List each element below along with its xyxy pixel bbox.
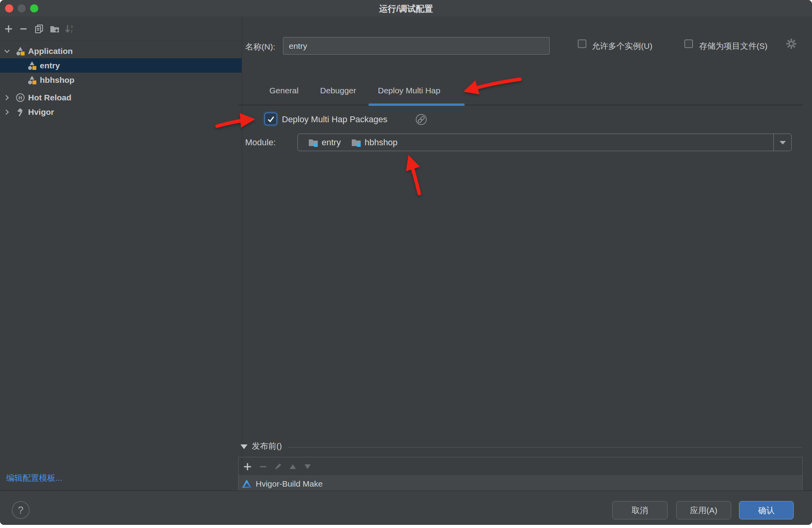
tree-item-label: entry: [40, 61, 60, 70]
remove-task-button[interactable]: [258, 462, 268, 472]
active-tab-indicator: [369, 103, 465, 106]
tree-item-label: Hvigor: [28, 107, 54, 117]
module-item-entry: entry: [308, 137, 341, 148]
tree-item-label: Hot Reload: [28, 93, 71, 102]
pencil-icon: [273, 462, 283, 471]
dialog-footer: ? 取消 应用(A) 确认: [0, 491, 812, 525]
tree-item-entry[interactable]: entry: [0, 58, 242, 73]
deploy-help-link-button[interactable]: [415, 114, 427, 125]
up-arrow-icon: [289, 464, 297, 470]
sort-az-icon: az: [64, 24, 75, 34]
store-as-project-checkbox[interactable]: [684, 39, 693, 48]
configurations-sidebar: az Application entry hbhshop H Hot Reloa…: [0, 16, 242, 491]
tree-item-hot-reload[interactable]: H Hot Reload: [0, 90, 242, 105]
chevron-right-icon: [3, 94, 11, 102]
copy-icon: [34, 24, 44, 34]
tree-item-hbhshop[interactable]: hbhshop: [0, 73, 242, 87]
before-launch-title: 发布前(): [252, 441, 282, 451]
tree-item-application[interactable]: Application: [0, 44, 242, 58]
allow-multiple-label: 允许多个实例(U): [592, 41, 652, 52]
tree-item-label: Application: [28, 46, 73, 56]
checkmark-icon: [266, 114, 276, 124]
down-arrow-icon: [304, 464, 312, 470]
tree-item-label: hbhshop: [40, 75, 75, 85]
copy-config-button[interactable]: [34, 23, 45, 34]
apply-button[interactable]: 应用(A): [676, 501, 731, 519]
gear-icon: [785, 38, 797, 50]
hammer-icon: [16, 107, 25, 117]
deploy-multi-hap-checkbox[interactable]: [264, 112, 277, 125]
edit-config-templates-link[interactable]: 编辑配置模板...: [6, 473, 62, 483]
help-button[interactable]: ?: [12, 501, 30, 519]
arrow-to-deploy-tab: [467, 79, 520, 91]
tree-item-hvigor[interactable]: Hvigor: [0, 105, 242, 119]
minus-icon: [19, 25, 28, 33]
allow-multiple-checkbox[interactable]: [578, 39, 586, 48]
deploy-multi-hap-label: Deploy Multi Hap Packages: [282, 114, 387, 125]
move-up-button[interactable]: [288, 462, 298, 472]
chevron-down-icon: [3, 47, 11, 55]
remove-config-button[interactable]: [18, 23, 29, 34]
before-launch-toolbar: [239, 457, 802, 476]
sort-configs-button[interactable]: az: [64, 23, 75, 34]
module-folder-icon: [351, 138, 361, 147]
task-label: Hvigor-Build Make: [256, 479, 323, 489]
plus-icon: [243, 462, 252, 471]
tab-deploy-multi-hap[interactable]: Deploy Multi Hap: [378, 86, 440, 95]
link-icon: [415, 114, 427, 125]
hot-reload-icon: H: [16, 93, 25, 102]
tab-debugger[interactable]: Debugger: [320, 86, 356, 95]
store-as-project-label: 存储为项目文件(S): [699, 41, 767, 52]
svg-text:H: H: [18, 95, 22, 101]
dropdown-arrow-icon: [779, 140, 786, 145]
edit-task-button[interactable]: [273, 462, 283, 472]
before-launch-panel: Hvigor-Build Make: [238, 457, 803, 491]
before-launch-task-row[interactable]: Hvigor-Build Make: [239, 476, 802, 491]
configurations-tree: Application entry hbhshop H Hot Reload H…: [0, 44, 242, 119]
module-combobox[interactable]: entry hbhshop: [297, 134, 792, 151]
application-config-icon: [16, 46, 25, 56]
before-launch-rule: [288, 447, 803, 448]
run-debug-config-dialog: 运行/调试配置 az Application: [0, 0, 812, 525]
tab-divider: [238, 105, 803, 105]
arrow-to-module-field: [410, 159, 419, 194]
chevron-right-icon: [3, 108, 11, 116]
application-config-icon: [27, 61, 37, 70]
svg-text:z: z: [71, 29, 73, 33]
plus-icon: [4, 25, 13, 33]
module-dropdown-button[interactable]: [773, 134, 791, 151]
name-input[interactable]: [283, 37, 550, 55]
cancel-button[interactable]: 取消: [612, 501, 668, 519]
window-title: 运行/调试配置: [0, 3, 812, 15]
add-task-button[interactable]: [242, 462, 253, 472]
store-options-gear-button[interactable]: [785, 38, 797, 51]
module-item-hbhshop: hbhshop: [351, 137, 397, 148]
title-bar: 运行/调试配置: [0, 0, 812, 16]
new-folder-button[interactable]: [49, 23, 60, 34]
name-label: 名称(N):: [245, 41, 275, 52]
sidebar-toolbar: az: [0, 16, 242, 41]
module-label: Module:: [245, 137, 276, 148]
minus-icon: [259, 462, 267, 471]
tab-general[interactable]: General: [269, 86, 299, 95]
confirm-button[interactable]: 确认: [739, 501, 794, 519]
module-folder-icon: [308, 138, 319, 147]
move-down-button[interactable]: [303, 462, 313, 472]
add-config-button[interactable]: [3, 23, 14, 34]
svg-text:a: a: [71, 24, 73, 29]
application-config-icon: [27, 75, 37, 85]
hvigor-logo-icon: [242, 479, 252, 489]
collapse-caret-icon[interactable]: [240, 444, 248, 449]
new-folder-icon: [50, 24, 60, 34]
